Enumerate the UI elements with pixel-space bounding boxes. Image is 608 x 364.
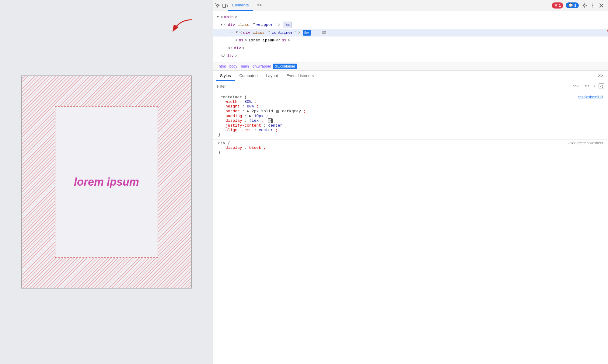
svg-point-4 — [592, 5, 593, 6]
svg-point-2 — [583, 5, 585, 6]
console-count: 1 — [574, 3, 576, 8]
css-source-agent: user agent stylesheet — [568, 141, 603, 145]
flex-layout-icon[interactable] — [268, 118, 273, 123]
tab-computed[interactable]: Computed — [235, 71, 262, 81]
breadcrumb-container[interactable]: div.container — [273, 64, 297, 69]
dom-line-h1[interactable]: <h1> lorem ipsum </h1> — [213, 37, 608, 44]
border-triangle: ▶ — [247, 109, 249, 114]
arrow-container-annotation — [602, 20, 608, 38]
tab-elements[interactable]: Elements — [228, 0, 253, 11]
prop-value-display-block: block — [249, 145, 261, 150]
css-prop-justify-content[interactable]: justify-content : center ; — [218, 123, 603, 128]
prop-value-height: 80% — [247, 104, 254, 109]
toggle-panel-button[interactable]: ◁ — [599, 83, 604, 89]
prop-value-width: 80% — [244, 100, 251, 104]
breadcrumb-body[interactable]: body — [228, 64, 239, 69]
hov-filter-button[interactable]: :hov — [570, 83, 580, 89]
css-prop-width[interactable]: width : 80% ; — [218, 100, 603, 104]
css-prop-display[interactable]: display : flex ; — [218, 118, 603, 123]
dom-tree: ▼ <main> ▼ <div class="wrapper" > flex .… — [213, 11, 608, 62]
dollar-zero: $0 — [322, 30, 326, 36]
preview-inner-container: lorem ipsum — [55, 106, 158, 258]
tab-event-listeners[interactable]: Event Listeners — [282, 71, 318, 81]
svg-rect-9 — [272, 119, 272, 123]
prop-value-border: 2px solid — [252, 109, 275, 114]
css-selector-container: .container { — [218, 95, 247, 100]
console-badge[interactable]: 💬 1 — [566, 2, 579, 8]
cls-filter-button[interactable]: .cls — [582, 83, 591, 89]
lorem-ipsum-text: lorem ipsum — [74, 176, 139, 188]
svg-rect-0 — [223, 4, 225, 8]
prop-name-align: align-items — [225, 128, 252, 132]
css-source-link[interactable]: css-flexbox:313 — [578, 95, 603, 99]
container-flex-badge[interactable]: flex — [303, 30, 311, 36]
preview-outer-wrapper: lorem ipsum — [21, 75, 192, 289]
breadcrumb-main[interactable]: main — [239, 64, 251, 69]
css-rule-close-brace2: } — [218, 150, 603, 155]
prop-value-padding: 10px — [254, 114, 264, 118]
padding-triangle: ▶ — [249, 114, 252, 118]
prop-name-width: width — [225, 100, 237, 104]
dom-line-container[interactable]: ... ▼ <div class="container" > flex == $… — [213, 29, 608, 37]
tab-styles[interactable]: Styles — [216, 71, 235, 81]
prop-value-justify: center — [268, 123, 282, 128]
css-rule-container: css-flexbox:313 .container { width : 80%… — [213, 94, 608, 140]
error-badge[interactable]: ✕ 1 — [552, 2, 564, 9]
svg-rect-1 — [226, 5, 227, 7]
devtools-main-tab-bar: Elements >> ✕ 1 💬 1 — [213, 0, 608, 11]
svg-point-3 — [592, 3, 593, 4]
add-style-button[interactable]: + — [593, 83, 596, 89]
css-prop-display-block[interactable]: display : block ; — [218, 145, 603, 150]
dom-line-close-container[interactable]: </div> — [213, 44, 608, 52]
breadcrumb-html[interactable]: html — [217, 64, 228, 69]
prop-name-height: height — [225, 104, 240, 109]
equals-sign: == — [315, 30, 319, 36]
css-rule-container-header: css-flexbox:313 .container { — [218, 95, 603, 100]
css-rule-close-brace: } — [218, 132, 603, 137]
dom-line-close-wrapper[interactable]: </div> — [213, 52, 608, 60]
element-picker-icon[interactable] — [215, 2, 221, 9]
tab-layout[interactable]: Layout — [262, 71, 282, 81]
svg-rect-6 — [268, 119, 270, 123]
color-swatch-darkgray — [276, 110, 279, 113]
prop-name-display: display — [225, 119, 242, 123]
more-options-icon[interactable] — [590, 2, 596, 9]
devtools-panel: Elements >> ✕ 1 💬 1 — [213, 0, 608, 364]
prop-name-border: border — [225, 109, 240, 114]
prop-value-align: center — [259, 128, 273, 132]
close-icon[interactable] — [598, 2, 604, 9]
browser-preview: lorem ipsum — [0, 0, 213, 364]
svg-point-5 — [592, 6, 593, 7]
breadcrumb-bar: html body main div.wrapper div.container — [213, 62, 608, 71]
prop-value-display: flex — [249, 119, 259, 123]
settings-icon[interactable] — [581, 2, 587, 9]
svg-rect-8 — [270, 121, 271, 123]
prop-name-justify: justify-content — [225, 123, 261, 128]
filter-bar: :hov .cls + ◁ — [213, 81, 608, 91]
devtools-header-icons: ✕ 1 💬 1 — [552, 2, 608, 9]
css-selector-div: div { — [218, 141, 230, 145]
tab-more-panels[interactable]: >> — [253, 0, 266, 11]
dom-line-main[interactable]: ▼ <main> — [213, 13, 608, 21]
css-rule-div-agent: user agent stylesheet div { display : bl… — [213, 140, 608, 157]
device-emulation-icon[interactable] — [222, 2, 228, 9]
styles-tab-bar: Styles Computed Layout Event Listeners >… — [213, 71, 608, 81]
wrapper-flex-badge[interactable]: flex — [283, 22, 292, 28]
prop-name-display-block: display — [225, 145, 242, 150]
css-rule-div-header: user agent stylesheet div { — [218, 141, 603, 145]
console-icon: 💬 — [568, 3, 573, 8]
filter-input[interactable] — [217, 84, 568, 89]
breadcrumb-wrapper[interactable]: div.wrapper — [251, 64, 273, 69]
css-prop-padding[interactable]: padding : ▶ 10px ; — [218, 114, 603, 118]
arrow-outer-annotation — [164, 17, 195, 38]
error-icon: ✕ — [554, 3, 558, 8]
tab-more-styles[interactable]: >> — [595, 71, 606, 81]
css-prop-align-items[interactable]: align-items : center ; — [218, 128, 603, 132]
dom-line-wrapper[interactable]: ▼ <div class="wrapper" > flex — [213, 21, 608, 29]
error-count: 1 — [559, 3, 561, 8]
prop-name-padding: padding — [225, 114, 242, 118]
css-prop-border[interactable]: border : ▶ 2px solid darkgray ; — [218, 109, 603, 114]
svg-rect-7 — [270, 119, 271, 121]
css-rules-panel: css-flexbox:313 .container { width : 80%… — [213, 91, 608, 364]
css-prop-height[interactable]: height : 80% ; — [218, 104, 603, 109]
